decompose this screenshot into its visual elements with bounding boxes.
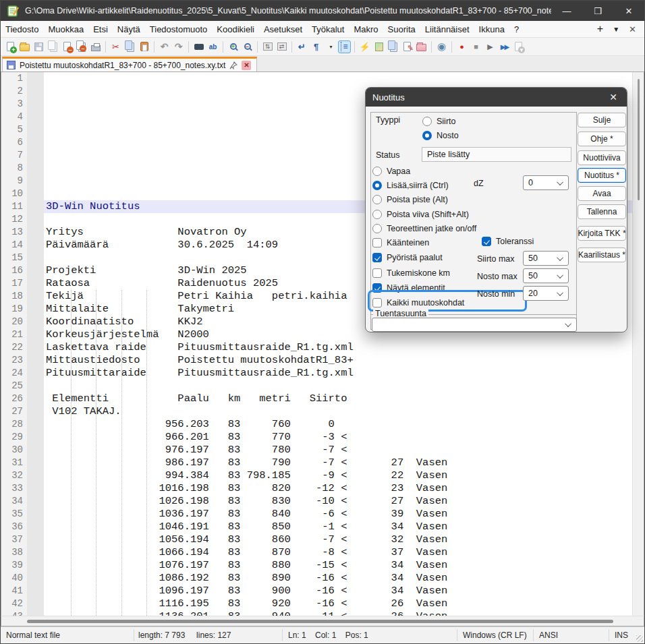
horizontal-scrollbar-thumb[interactable] [27,620,613,623]
menu-item-suorita[interactable]: Suorita [383,22,420,36]
save-icon[interactable] [32,40,45,53]
menu-item-n-yt-[interactable]: Näytä [113,22,145,36]
tab-list-dropdown-icon[interactable]: ▼ [613,26,619,33]
indent-guide-active-icon[interactable]: ≡ [338,40,351,53]
document-tab[interactable]: Poistettu muutoskohdatR1_83+700 - 85+700… [2,57,257,71]
find-icon[interactable] [192,40,205,53]
close-tab-button[interactable]: ✕ [629,24,636,34]
status-doc-type: Normal text file [6,631,60,640]
dz-combo[interactable]: 0 [523,175,569,190]
mode-radio-vapaa[interactable]: Vapaa [372,164,476,178]
chevron-down-icon [557,289,563,296]
tyyppi-radio-nosto[interactable]: Nosto [422,128,459,142]
print-icon[interactable] [89,40,102,53]
macro-record-icon[interactable]: ● [455,40,468,53]
vertical-scrollbar[interactable] [632,72,644,616]
status-ins-mode[interactable]: INS [615,631,628,640]
checkbox-pyöristä-paalut[interactable]: Pyöristä paalut [372,250,464,265]
bookmark-margin[interactable] [27,72,44,616]
status-eol[interactable]: Windows (CR LF) [463,631,527,640]
ohje-button[interactable]: Ohje * [578,131,626,146]
siirto-max-combo[interactable]: 50 [523,251,569,266]
paste-icon[interactable] [138,40,150,53]
combo-value: 50 [528,254,538,263]
menu-item-muokkaa[interactable]: Muokkaa [43,22,88,36]
macro-run-multiple-icon[interactable]: ▶▶ [498,40,511,53]
tyyppi-radio-siirto[interactable]: Siirto [422,114,459,128]
macro-save-icon[interactable]: ▾ [512,40,525,53]
file-monitoring-eye-icon[interactable]: ◉ [435,40,448,53]
maximize-button[interactable]: ❒ [582,1,613,21]
document-map-icon[interactable] [372,40,385,53]
minimize-button[interactable]: — [551,1,582,21]
document-list-icon[interactable] [387,40,399,53]
folder-as-workspace-icon[interactable] [415,40,428,53]
replace-icon[interactable]: ab [206,40,219,53]
tyyppi-label: Tyyppi [376,115,400,125]
function-list-icon[interactable] [401,40,414,53]
copy-disabled-icon[interactable] [47,40,59,53]
nuottiviiva-button[interactable]: Nuottiviiva [578,150,626,165]
menu-item-tiedostomuoto[interactable]: Tiedostomuoto [145,22,213,36]
nosto-min-combo[interactable]: 20 [523,286,569,301]
menu-item-asetukset[interactable]: Asetukset [259,22,307,36]
menu-item-ty-kalut[interactable]: Työkalut [307,22,349,36]
zoom-in-icon[interactable]: + [227,40,240,53]
cut-icon[interactable]: ✂ [109,40,122,53]
close-all-docs-icon[interactable]: – [75,40,88,53]
tuentasuunta-combo[interactable] [372,318,577,332]
word-wrap-icon[interactable]: ↵ [296,40,308,53]
dialog-close-icon[interactable]: ✕ [607,92,620,103]
open-folder-icon[interactable] [18,40,31,53]
close-doc-icon[interactable]: – [61,40,74,53]
line-number: 26 [1,392,23,405]
line-number: 19 [1,303,23,316]
horizontal-scrollbar[interactable] [1,616,644,626]
undo-icon[interactable]: ↶ [158,40,171,53]
status-encoding[interactable]: ANSI [539,631,558,640]
menu-item-tiedosto[interactable]: Tiedosto [1,22,43,36]
close-button[interactable]: ✕ [613,1,644,21]
zoom-out-icon[interactable]: – [241,40,254,53]
new-file-icon[interactable]: + [4,40,17,53]
nosto-max-combo[interactable]: 50 [523,268,569,283]
show-symbols-dropdown-icon[interactable]: ▾ [324,40,337,53]
close-tab-icon[interactable]: ✕ [242,61,251,70]
new-tab-button[interactable]: + [597,23,603,35]
macro-stop-icon[interactable]: ■ [470,40,482,53]
mode-radio-lisää-siirrä-ctrl-[interactable]: Lisää,siirrä (Ctrl) [372,178,476,192]
kaarilistaus-button[interactable]: Kaarilistaus * [578,247,626,262]
dialog-titlebar[interactable]: Nuotitus ✕ [366,88,627,107]
checkbox-käänteinen[interactable]: Käänteinen [372,235,464,250]
line-number: 38 [1,546,23,559]
sync-horizontal-icon[interactable]: ⇄ [275,40,288,53]
checkbox-tukemiskone-km[interactable]: Tukemiskone km [372,266,464,281]
mode-radio-poista-viiva-shift-alt-[interactable]: Poista viiva (Shift+Alt) [372,207,476,221]
tallenna-button[interactable]: Tallenna [578,204,626,219]
menu-item-ikkuna[interactable]: Ikkuna [474,22,509,36]
show-all-characters-icon[interactable]: ¶ [310,40,322,53]
shortcut-mapper-icon[interactable]: ⚡ [358,40,371,53]
checkbox-toleranssi[interactable]: Toleranssi [482,237,534,246]
sulje-button[interactable]: Sulje [578,113,626,127]
macro-play-icon[interactable]: ▶ [484,40,497,53]
sync-vertical-icon[interactable]: ⇅ [261,40,274,53]
vertical-scrollbar-thumb[interactable] [638,79,640,200]
menu-item-makro[interactable]: Makro [349,22,383,36]
text-line: 1096.197 83 900 -16 < 34 Vasen [44,585,632,597]
mode-radio-teoreettinen-jatke-on-off[interactable]: Teoreettinen jatke on/off [372,221,476,235]
pin-tab-icon[interactable] [229,61,237,69]
menu-item-?[interactable]: ? [509,22,524,36]
redo-icon[interactable]: ↷ [172,40,185,53]
menu-item-liit-nn-iset[interactable]: Liitännäiset [420,22,474,36]
menu-item-koodikieli[interactable]: Koodikieli [212,22,259,36]
mode-radio-poista-piste-alt-[interactable]: Poista piste (Alt) [372,193,476,207]
kirjoita-tkk-button[interactable]: Kirjoita TKK * [578,226,626,241]
nuotitus-button[interactable]: Nuotitus * [578,168,626,183]
tabbar: Poistettu muutoskohdatR1_83+700 - 85+700… [1,56,644,71]
copy-icon[interactable] [123,40,136,53]
line-number: 8 [1,162,23,175]
avaa-button[interactable]: Avaa [578,186,626,201]
menu-item-etsi[interactable]: Etsi [88,22,113,36]
resize-grip[interactable] [636,635,643,642]
